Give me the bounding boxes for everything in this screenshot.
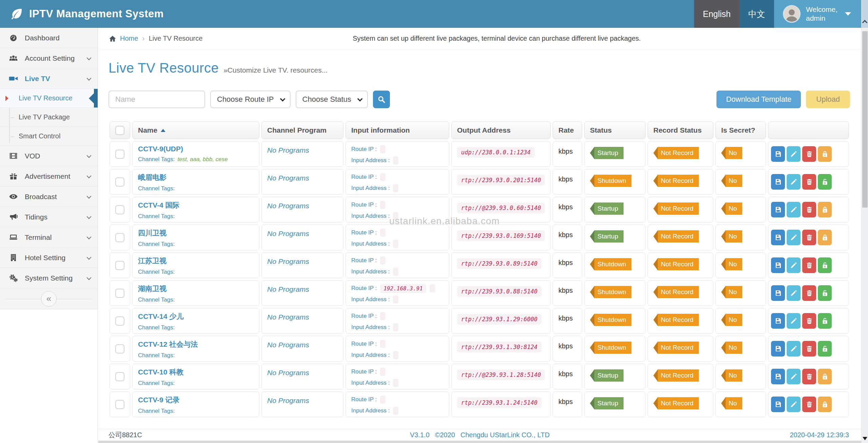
lock-button[interactable] <box>818 257 832 273</box>
row-checkbox[interactable] <box>115 289 124 298</box>
row-checkbox[interactable] <box>115 177 124 187</box>
row-checkbox[interactable] <box>115 205 124 214</box>
sidebar-item-hotel-setting[interactable]: Hotel Setting <box>0 248 98 268</box>
channel-name-link[interactable]: CCTV-9(UDP) <box>138 145 183 153</box>
lock-button[interactable] <box>818 174 832 190</box>
sidebar-item-live-tv-resource[interactable]: Live TV Resource <box>0 89 98 108</box>
save-button[interactable] <box>771 369 785 384</box>
edit-button[interactable] <box>787 397 801 412</box>
channel-name-link[interactable]: CCTV-14 少儿 <box>138 312 183 321</box>
lock-button[interactable] <box>818 146 832 162</box>
vertical-scrollbar[interactable] <box>861 0 868 443</box>
delete-button[interactable] <box>802 369 816 384</box>
row-checkbox[interactable] <box>115 316 124 326</box>
save-button[interactable] <box>771 202 785 217</box>
breadcrumb-home-link[interactable]: Home <box>120 35 138 42</box>
edit-button[interactable] <box>787 341 801 357</box>
delete-button[interactable] <box>802 397 816 412</box>
save-button[interactable] <box>771 146 785 162</box>
edit-button[interactable] <box>787 313 801 329</box>
delete-button[interactable] <box>802 313 816 329</box>
edit-button[interactable] <box>787 146 801 162</box>
channel-name-link[interactable]: CCTV-9 记录 <box>138 395 180 405</box>
header-name[interactable]: Name <box>132 121 259 139</box>
edit-button[interactable] <box>787 202 801 217</box>
header-record-status[interactable]: Record Status <box>648 121 713 139</box>
save-button[interactable] <box>771 174 785 190</box>
lock-button[interactable] <box>818 202 832 217</box>
edit-button[interactable] <box>787 230 801 245</box>
sidebar-item-system-setting[interactable]: System Setting <box>0 268 98 288</box>
edit-button[interactable] <box>787 285 801 301</box>
channel-name-link[interactable]: CCTV-4 国际 <box>138 200 180 210</box>
lock-button[interactable] <box>818 369 832 384</box>
row-checkbox[interactable] <box>115 372 124 381</box>
route-ip-label: Route IP : <box>351 313 377 320</box>
secret-badge: No <box>721 203 742 215</box>
edit-button[interactable] <box>787 257 801 273</box>
delete-button[interactable] <box>802 146 816 162</box>
edit-button[interactable] <box>787 174 801 190</box>
delete-button[interactable] <box>802 257 816 273</box>
row-checkbox[interactable] <box>115 233 124 242</box>
sidebar-item-live-tv-package[interactable]: Live TV Package <box>0 108 98 127</box>
scroll-up-arrow-icon[interactable] <box>862 20 868 25</box>
header-input-information[interactable]: Input information <box>346 121 449 139</box>
select-all-checkbox[interactable] <box>115 126 124 135</box>
channel-name-link[interactable]: 峨眉电影 <box>138 173 166 182</box>
sidebar-item-vod[interactable]: VOD <box>0 146 98 166</box>
header-channel-program[interactable]: Channel Program <box>261 121 343 139</box>
upload-button[interactable]: Upload <box>806 91 850 108</box>
sidebar-item-dashboard[interactable]: Dashboard <box>0 28 98 48</box>
language-english-button[interactable]: English <box>694 0 739 28</box>
user-menu[interactable]: Welcome, admin <box>774 0 861 28</box>
sidebar-item-smart-control[interactable]: Smart Control <box>0 127 98 146</box>
sidebar-item-tidings[interactable]: Tidings <box>0 207 98 227</box>
lock-button[interactable] <box>818 313 832 329</box>
save-button[interactable] <box>771 285 785 301</box>
language-chinese-button[interactable]: 中文 <box>739 0 774 28</box>
sidebar-item-account-setting[interactable]: Account Setting <box>0 48 98 69</box>
sidebar-item-broadcast[interactable]: Broadcast <box>0 187 98 207</box>
delete-button[interactable] <box>802 174 816 190</box>
channel-name-link[interactable]: 湖南卫视 <box>138 284 166 293</box>
channel-name-link[interactable]: 江苏卫视 <box>138 256 166 266</box>
scroll-down-arrow-icon[interactable] <box>863 437 867 440</box>
save-button[interactable] <box>771 230 785 245</box>
channel-name-link[interactable]: CCTV-10 科教 <box>138 367 183 377</box>
header-output-address[interactable]: Output Address <box>451 121 551 139</box>
status-select[interactable]: Choose Status <box>296 91 368 108</box>
scrollbar-thumb[interactable] <box>862 31 868 208</box>
edit-button[interactable] <box>787 369 801 384</box>
sidebar-item-terminal[interactable]: Terminal <box>0 227 98 248</box>
channel-name-link[interactable]: CCTV-12 社会与法 <box>138 340 198 349</box>
save-button[interactable] <box>771 313 785 329</box>
row-checkbox[interactable] <box>115 261 124 270</box>
delete-button[interactable] <box>802 202 816 217</box>
save-button[interactable] <box>771 341 785 357</box>
channel-name-link[interactable]: 四川卫视 <box>138 228 166 238</box>
delete-button[interactable] <box>802 230 816 245</box>
save-button[interactable] <box>771 257 785 273</box>
delete-button[interactable] <box>802 285 816 301</box>
footer-company-link[interactable]: Chengdu UStarLink CO., LTD <box>460 431 550 439</box>
sidebar-collapse-button[interactable]: « <box>41 291 57 307</box>
row-checkbox[interactable] <box>115 400 124 409</box>
name-filter-input[interactable] <box>108 91 205 108</box>
route-ip-select[interactable]: Choose Route IP <box>210 91 291 108</box>
delete-button[interactable] <box>802 341 816 357</box>
header-status[interactable]: Status <box>584 121 646 139</box>
search-button[interactable] <box>373 91 390 108</box>
lock-button[interactable] <box>818 397 832 412</box>
sidebar-item-advertisement[interactable]: Advertisement <box>0 166 98 187</box>
header-rate[interactable]: Rate <box>553 121 582 139</box>
sidebar-item-live-tv[interactable]: Live TV <box>0 69 98 89</box>
row-checkbox[interactable] <box>115 344 124 353</box>
download-template-button[interactable]: Download Template <box>716 91 801 108</box>
lock-button[interactable] <box>818 230 832 245</box>
header-is-secret[interactable]: Is Secret? <box>715 121 766 139</box>
save-button[interactable] <box>771 397 785 412</box>
lock-button[interactable] <box>818 285 832 301</box>
lock-button[interactable] <box>818 341 832 357</box>
row-checkbox[interactable] <box>115 150 124 159</box>
